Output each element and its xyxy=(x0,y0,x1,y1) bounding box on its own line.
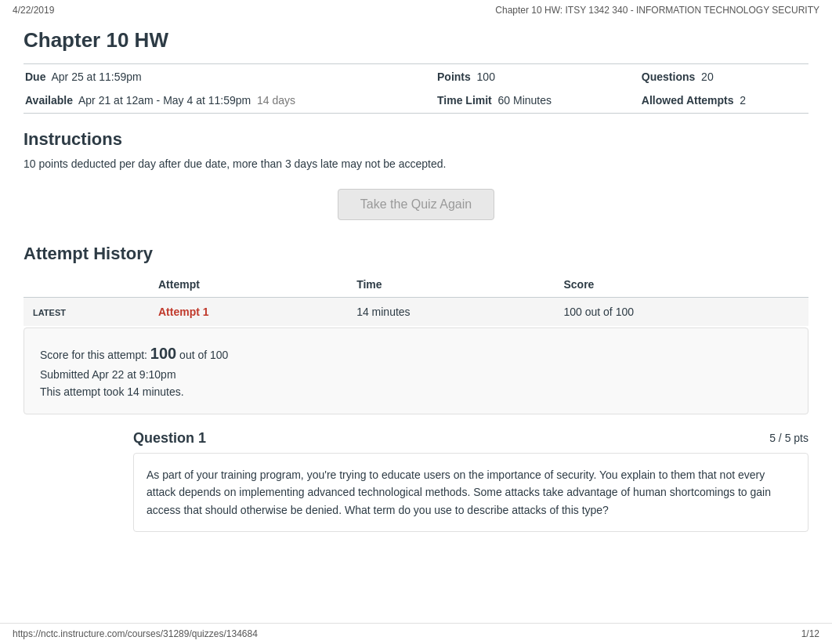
table-row: LATEST Attempt 1 14 minutes 100 out of 1… xyxy=(24,298,808,327)
time-limit-cell: Time Limit 60 Minutes xyxy=(414,89,617,111)
topbar-page-title: Chapter 10 HW: ITSY 1342 340 - INFORMATI… xyxy=(495,5,819,16)
col-attempt-label xyxy=(24,272,149,298)
latest-badge: LATEST xyxy=(24,298,149,327)
attempt-score-line: Score for this attempt: 100 out of 100 xyxy=(40,341,792,366)
attempt-took-line: This attempt took 14 minutes. xyxy=(40,383,792,400)
attempt-link-cell[interactable]: Attempt 1 xyxy=(149,298,347,327)
question-1-header: Question 1 5 / 5 pts xyxy=(133,430,808,447)
page-title: Chapter 10 HW xyxy=(24,28,808,52)
topbar-date: 4/22/2019 xyxy=(13,5,54,16)
questions-cell: Questions 20 xyxy=(618,66,807,88)
col-attempt: Attempt xyxy=(149,272,347,298)
take-quiz-btn-wrapper: Take the Quiz Again xyxy=(24,189,808,220)
points-cell: Points 100 xyxy=(414,66,617,88)
take-quiz-button[interactable]: Take the Quiz Again xyxy=(338,189,494,220)
attempt-history-table: Attempt Time Score LATEST Attempt 1 14 m… xyxy=(24,272,808,326)
question-1-title: Question 1 xyxy=(133,430,206,447)
attempt-1-link[interactable]: Attempt 1 xyxy=(158,306,209,318)
available-cell: Available Apr 21 at 12am - May 4 at 11:5… xyxy=(25,89,412,111)
allowed-attempts-cell: Allowed Attempts 2 xyxy=(618,89,807,111)
attempt-score-cell: 100 out of 100 xyxy=(554,298,808,327)
question-1-body: As part of your training program, you're… xyxy=(133,453,808,532)
attempt-time-cell: 14 minutes xyxy=(347,298,554,327)
col-score: Score xyxy=(554,272,808,298)
instructions-heading: Instructions xyxy=(24,129,808,150)
quiz-info-table: Due Apr 25 at 11:59pm Points 100 Questio… xyxy=(24,63,808,114)
main-content: Chapter 10 HW Due Apr 25 at 11:59pm Poin… xyxy=(0,20,832,555)
question-1-pts: 5 / 5 pts xyxy=(769,432,808,444)
top-bar: 4/22/2019 Chapter 10 HW: ITSY 1342 340 -… xyxy=(0,0,832,20)
col-time: Time xyxy=(347,272,554,298)
instructions-text: 10 points deducted per day after due dat… xyxy=(24,157,808,170)
attempt-history-heading: Attempt History xyxy=(24,244,808,264)
question-1-section: Question 1 5 / 5 pts As part of your tra… xyxy=(133,430,808,532)
attempt-submitted-line: Submitted Apr 22 at 9:10pm xyxy=(40,366,792,383)
due-label: Due Apr 25 at 11:59pm xyxy=(25,66,412,88)
attempt-history-section: Attempt History Attempt Time Score LATES… xyxy=(24,244,808,532)
attempt-detail-box: Score for this attempt: 100 out of 100 S… xyxy=(24,327,808,414)
